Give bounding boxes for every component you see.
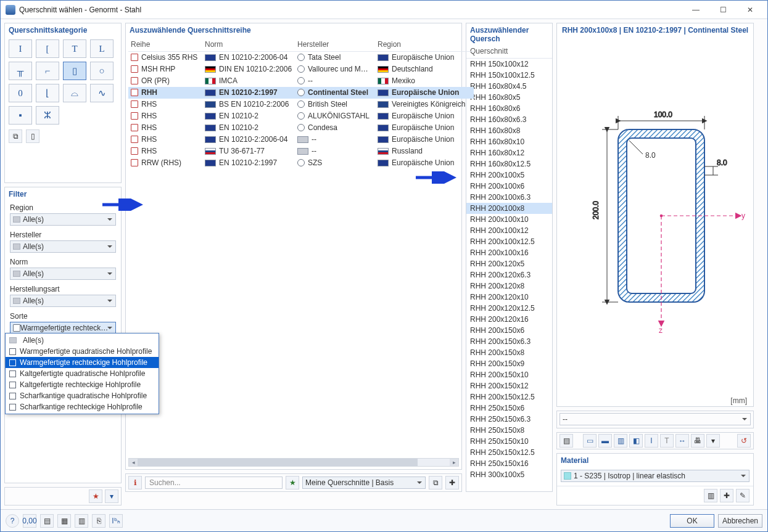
category-btn-9[interactable]: ⌊ xyxy=(36,84,59,102)
search-input[interactable]: Suchen... xyxy=(145,477,283,489)
category-btn-12[interactable]: ▪ xyxy=(9,106,32,125)
qlist-item[interactable]: RHH 160x80x4.5 xyxy=(466,81,552,92)
filter-hersteller-select[interactable]: Alle(s) xyxy=(10,240,116,253)
category-btn-3[interactable]: L xyxy=(90,39,114,58)
category-btn-1[interactable]: [ xyxy=(36,39,59,58)
qlist-item[interactable]: RHH 160x80x6.3 xyxy=(466,114,552,125)
series-cell[interactable]: Europäische Union xyxy=(375,134,474,145)
qlist-item[interactable]: RHH 150x100x12 xyxy=(466,59,552,70)
sorte-option[interactable]: Alle(s) xyxy=(6,335,159,346)
series-table[interactable]: ReiheNormHerstellerRegionCelsius 355 RHS… xyxy=(126,38,461,169)
qlist-item[interactable]: RHH 200x100x12 xyxy=(466,225,552,236)
series-cell[interactable]: Europäische Union xyxy=(375,52,474,63)
category-btn-11[interactable]: ∿ xyxy=(90,84,114,102)
qlist-item[interactable]: RHH 200x120x10 xyxy=(466,292,552,303)
category-btn-4[interactable]: ╥ xyxy=(9,62,32,80)
series-cell[interactable]: Vereinigtes Königreich xyxy=(375,99,474,110)
info-icon[interactable]: ℹ xyxy=(128,476,142,489)
series-cell[interactable]: Deutschland xyxy=(375,63,474,75)
tool5-icon[interactable]: Iᵇₕ xyxy=(109,514,123,528)
ok-button[interactable]: OK xyxy=(670,514,714,528)
category-btn-6[interactable]: ▯ xyxy=(63,62,86,80)
series-cell[interactable]: Europäische Union xyxy=(375,122,474,134)
qlist-item[interactable]: RHH 250x150x6 xyxy=(466,403,552,414)
series-cell[interactable]: RHS xyxy=(128,122,202,134)
sorte-option[interactable]: Kaltgefertigte quadratische Hohlprofile xyxy=(6,368,159,379)
qlist-item[interactable]: RHH 200x100x10 xyxy=(466,214,552,225)
view-values-icon[interactable]: ▥ xyxy=(614,434,627,448)
window-close[interactable]: ✕ xyxy=(737,1,764,18)
qlist-item[interactable]: RHH 160x80x6 xyxy=(466,103,552,114)
filter-herstellungsart-select[interactable]: Alle(s) xyxy=(10,295,116,307)
window-minimize[interactable]: — xyxy=(682,1,709,18)
print-icon[interactable]: 🖶 xyxy=(691,434,704,448)
units-icon[interactable]: 0,00 xyxy=(23,514,36,528)
series-hscrollbar[interactable]: ◂ ▸ xyxy=(128,458,459,467)
category-tool-expand-icon[interactable]: ⧉ xyxy=(9,129,22,143)
series-cell[interactable]: EN 10210-2:1997 xyxy=(202,157,295,169)
scroll-left-icon[interactable]: ◂ xyxy=(129,459,138,466)
series-cell[interactable]: RHS xyxy=(128,110,202,122)
material-new-icon[interactable]: ✚ xyxy=(720,489,733,502)
preset-select[interactable]: Meine Querschnitte | Basis xyxy=(302,477,426,489)
category-btn-0[interactable]: I xyxy=(9,39,32,58)
dropdown-icon[interactable]: ▾ xyxy=(706,434,720,448)
tool2-icon[interactable]: ▦ xyxy=(57,514,71,528)
qlist-item[interactable]: RHH 160x80x10 xyxy=(466,136,552,147)
qlist-item[interactable]: RHH 200x150x12 xyxy=(466,380,552,391)
series-cell[interactable]: OR (PR) xyxy=(128,75,202,87)
category-btn-5[interactable]: ⌐ xyxy=(36,62,59,80)
filter-region-select[interactable]: Alle(s) xyxy=(10,213,116,226)
series-cell[interactable]: -- xyxy=(295,134,375,145)
qlist-item[interactable]: RHH 200x150x9 xyxy=(466,358,552,369)
series-cell[interactable]: EN 10210-2:2006-04 xyxy=(202,52,295,63)
series-cell[interactable]: ALUKÖNIGSTAHL xyxy=(295,110,375,122)
view-dim-icon[interactable]: ↔ xyxy=(675,434,689,448)
filter-sorte-dropdown[interactable]: Alle(s)Warmgefertigte quadratische Hohlp… xyxy=(5,333,159,414)
series-cell[interactable]: RHS xyxy=(128,145,202,157)
scroll-right-icon[interactable]: ▸ xyxy=(450,459,458,466)
series-cell[interactable]: Tata Steel xyxy=(295,52,375,63)
qlist-item[interactable]: RHH 200x150x6 xyxy=(466,325,552,336)
qlist-item[interactable]: RHH 200x120x6.3 xyxy=(466,269,552,280)
tool1-icon[interactable]: ▤ xyxy=(40,514,54,528)
qlist-item[interactable]: RHH 300x100x5 xyxy=(466,469,552,480)
preset-new-icon[interactable]: ✚ xyxy=(445,476,459,489)
qlist-item[interactable]: RHH 200x120x8 xyxy=(466,280,552,292)
view-t-icon[interactable]: T xyxy=(660,434,674,448)
category-btn-8[interactable]: 0 xyxy=(9,84,32,102)
series-cell[interactable]: Russland xyxy=(375,145,474,157)
qlist-item[interactable]: RHH 200x150x6.3 xyxy=(466,336,552,347)
series-cell[interactable]: British Steel xyxy=(295,99,375,110)
series-col-head[interactable]: Hersteller xyxy=(295,38,375,52)
series-cell[interactable]: TU 36-671-77 xyxy=(202,145,295,157)
series-cell[interactable]: Condesa xyxy=(295,122,375,134)
series-cell[interactable]: EN 10210-2 xyxy=(202,122,295,134)
sorte-option[interactable]: Scharfkantige quadratische Hohlprofile xyxy=(6,390,159,401)
view-stress-icon[interactable]: ◧ xyxy=(629,434,643,448)
qlist-item[interactable]: RHH 200x100x6 xyxy=(466,181,552,192)
qlist-item[interactable]: RHH 160x80x5 xyxy=(466,92,552,103)
qlist-item[interactable]: RHH 250x150x12.5 xyxy=(466,447,552,458)
sorte-option[interactable]: Warmgefertigte quadratische Hohlprofile xyxy=(6,346,159,357)
qlist-item[interactable]: RHH 200x150x8 xyxy=(466,347,552,358)
qlist-item[interactable]: RHH 250x150x16 xyxy=(466,458,552,469)
series-cell[interactable]: EN 10210-2:1997 xyxy=(202,87,295,99)
series-cell[interactable]: SZS xyxy=(295,157,375,169)
series-cell[interactable]: EN 10210-2 xyxy=(202,110,295,122)
category-btn-10[interactable]: ⌓ xyxy=(63,84,86,102)
series-cell[interactable]: EN 10210-2:2006-04 xyxy=(202,134,295,145)
favorite-add-icon[interactable]: ★ xyxy=(286,476,299,489)
qlist-item[interactable]: RHH 200x100x8 xyxy=(466,203,552,214)
sorte-option[interactable]: Warmgefertigte rechteckige Hohlprofile xyxy=(6,357,159,368)
scroll-thumb[interactable] xyxy=(138,459,418,466)
preview-overlay-select[interactable]: -- xyxy=(559,413,751,425)
qlist-item[interactable]: RHH 200x100x6.3 xyxy=(466,192,552,203)
qlist-item[interactable]: RHH 250x150x8 xyxy=(466,425,552,436)
series-cell[interactable]: Celsius 355 RHS xyxy=(128,52,202,63)
qlist-item[interactable]: RHH 200x100x16 xyxy=(466,247,552,258)
qlist-item[interactable]: RHH 160x80x12 xyxy=(466,147,552,158)
series-cell[interactable]: IMCA xyxy=(202,75,295,87)
series-cell[interactable]: MSH RHP xyxy=(128,63,202,75)
favorite-remove-icon[interactable]: ★ xyxy=(89,489,102,503)
